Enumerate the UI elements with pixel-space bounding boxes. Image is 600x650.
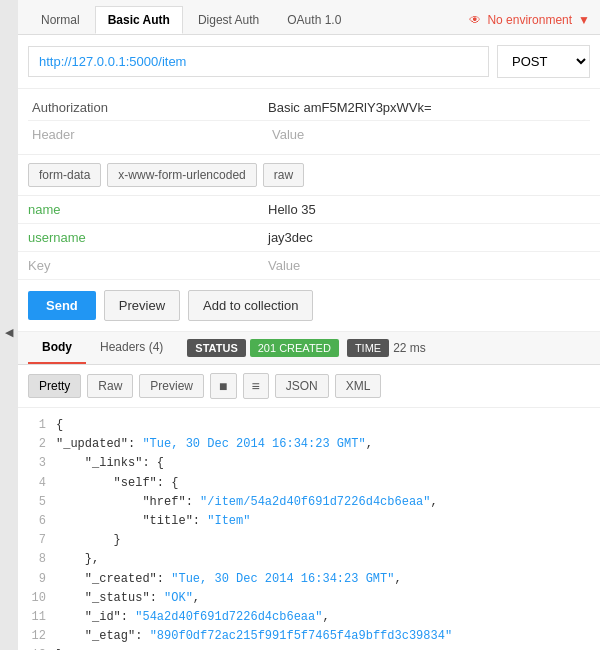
send-button[interactable]: Send [28,291,96,320]
json-line-7: 7 } [28,531,590,550]
auth-kv-row: Authorization Basic amF5M2RlY3pxWVk= [28,95,590,121]
chevron-down-icon: ▼ [578,13,590,27]
btn-urlencoded[interactable]: x-www-form-urlencoded [107,163,256,187]
form-field-name: name Hello 35 [18,196,600,224]
eye-icon: 👁 [469,13,481,27]
add-to-collection-button[interactable]: Add to collection [188,290,313,321]
json-output: 1 { 2 "_updated": "Tue, 30 Dec 2014 16:3… [18,408,600,650]
kv-placeholder-row: Key Value [18,252,600,280]
json-line-1: 1 { [28,416,590,435]
time-value: 22 ms [393,341,426,355]
json-line-12: 12 "_etag": "890f0df72ac215f991f5f7465f4… [28,627,590,646]
field-key-name: name [28,202,268,217]
tab-oauth[interactable]: OAuth 1.0 [274,6,354,34]
view-btn-raw[interactable]: Raw [87,374,133,398]
auth-tabs-row: Normal Basic Auth Digest Auth OAuth 1.0 … [18,0,600,35]
status-label: STATUS [187,339,245,357]
json-line-4: 4 "self": { [28,474,590,493]
auth-key: Authorization [28,100,268,115]
preview-button[interactable]: Preview [104,290,180,321]
json-line-2: 2 "_updated": "Tue, 30 Dec 2014 16:34:23… [28,435,590,454]
response-tabs-row: Body Headers (4) STATUS 201 CREATED TIME… [18,332,600,365]
method-select[interactable]: POST GET PUT DELETE PATCH [497,45,590,78]
field-key-username: username [28,230,268,245]
url-input[interactable] [28,46,489,77]
json-line-5: 5 "href": "/item/54a2d40f691d7226d4cb6ea… [28,493,590,512]
json-line-13: 13 } [28,646,590,650]
auth-section: Authorization Basic amF5M2RlY3pxWVk= Hea… [18,89,600,155]
header-val-placeholder: Value [272,127,586,142]
auth-value: Basic amF5M2RlY3pxWVk= [268,100,590,115]
resp-view-row: Pretty Raw Preview ■ ≡ JSON XML [18,365,600,408]
time-label: TIME [347,339,389,357]
json-line-6: 6 "title": "Item" [28,512,590,531]
status-value: 201 CREATED [250,339,339,357]
header-key-placeholder: Header [32,127,272,142]
url-bar: POST GET PUT DELETE PATCH [18,35,600,89]
lines-icon-button[interactable]: ≡ [243,373,269,399]
env-label: No environment [487,13,572,27]
collapse-arrow[interactable]: ◀ [0,0,18,650]
field-val-username: jay3dec [268,230,590,245]
form-field-username: username jay3dec [18,224,600,252]
kv-val-placeholder: Value [268,258,590,273]
resp-tab-headers[interactable]: Headers (4) [86,332,177,364]
json-line-8: 8 }, [28,550,590,569]
json-line-3: 3 "_links": { [28,454,590,473]
format-json-button[interactable]: JSON [275,374,329,398]
format-xml-button[interactable]: XML [335,374,382,398]
header-placeholder-row: Header Value [28,121,590,148]
tab-normal[interactable]: Normal [28,6,93,34]
btn-form-data[interactable]: form-data [28,163,101,187]
tab-digest-auth[interactable]: Digest Auth [185,6,272,34]
action-row: Send Preview Add to collection [18,280,600,332]
json-line-11: 11 "_id": "54a2d40f691d7226d4cb6eaa", [28,608,590,627]
json-line-9: 9 "_created": "Tue, 30 Dec 2014 16:34:23… [28,570,590,589]
body-type-row: form-data x-www-form-urlencoded raw [18,155,600,196]
kv-key-placeholder: Key [28,258,268,273]
btn-raw[interactable]: raw [263,163,304,187]
view-btn-preview[interactable]: Preview [139,374,204,398]
view-btn-pretty[interactable]: Pretty [28,374,81,398]
field-val-name: Hello 35 [268,202,590,217]
tab-basic-auth[interactable]: Basic Auth [95,6,183,34]
json-line-10: 10 "_status": "OK", [28,589,590,608]
env-selector[interactable]: 👁 No environment ▼ [469,13,590,27]
resp-tab-body[interactable]: Body [28,332,86,364]
wrap-icon-button[interactable]: ■ [210,373,236,399]
